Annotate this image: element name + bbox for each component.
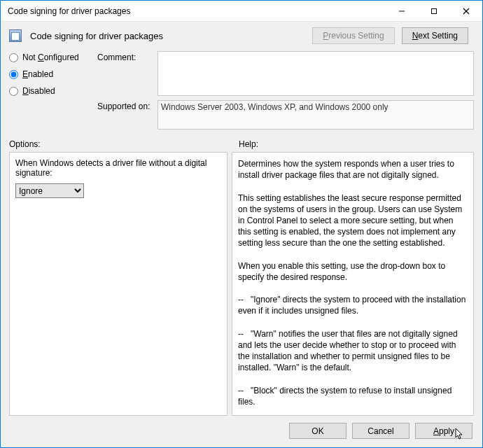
config-row: Not Configured Enabled Disabled Comment:… [1,51,482,132]
state-radio-group: Not Configured Enabled Disabled [9,51,92,96]
maximize-button[interactable] [418,1,450,21]
comment-textarea[interactable] [158,51,474,96]
section-labels: Options: Help: [1,132,482,152]
header-row: Code signing for driver packages Previou… [1,22,482,51]
titlebar: Code signing for driver packages [1,1,482,22]
dialog-buttons: OK Cancel Apply [1,416,482,447]
radio-enabled-input[interactable] [9,70,18,79]
window-buttons [386,1,482,21]
panels: When Windows detects a driver file witho… [1,152,482,416]
minimize-icon [398,8,405,15]
help-label: Help: [239,139,258,149]
signature-action-select[interactable]: IgnoreWarnBlock [15,183,84,198]
comment-label: Comment: [97,51,155,62]
previous-setting-button: Previous Setting [312,27,394,44]
radio-enabled[interactable]: Enabled [9,69,92,79]
options-label: Options: [9,139,232,149]
apply-button[interactable]: Apply [415,423,472,439]
nav-buttons: Previous Setting Next Setting [312,27,474,44]
options-prompt: When Windows detects a driver file witho… [15,158,221,178]
policy-icon [9,29,22,42]
help-panel[interactable]: Determines how the system responds when … [232,152,474,416]
ok-button[interactable]: OK [289,423,346,439]
options-panel: When Windows detects a driver file witho… [9,152,227,416]
minimize-button[interactable] [386,1,418,21]
header-title: Code signing for driver packages [29,31,305,41]
cancel-button[interactable]: Cancel [352,423,410,439]
gpo-setting-dialog: Code signing for driver packages Code si… [0,0,483,448]
close-icon [463,8,470,15]
next-setting-button[interactable]: Next Setting [402,27,468,44]
supported-textarea: Windows Server 2003, Windows XP, and Win… [158,100,474,130]
radio-not-configured[interactable]: Not Configured [9,52,92,62]
close-button[interactable] [450,1,482,21]
radio-disabled[interactable]: Disabled [9,86,92,96]
window-title: Code signing for driver packages [8,6,386,16]
maximize-icon [430,8,438,15]
radio-not-configured-input[interactable] [9,53,18,62]
svg-rect-1 [432,8,437,13]
supported-label: Supported on: [97,100,155,111]
comment-column: Comment: Supported on: Windows Server 20… [97,51,474,130]
radio-disabled-input[interactable] [9,87,18,96]
